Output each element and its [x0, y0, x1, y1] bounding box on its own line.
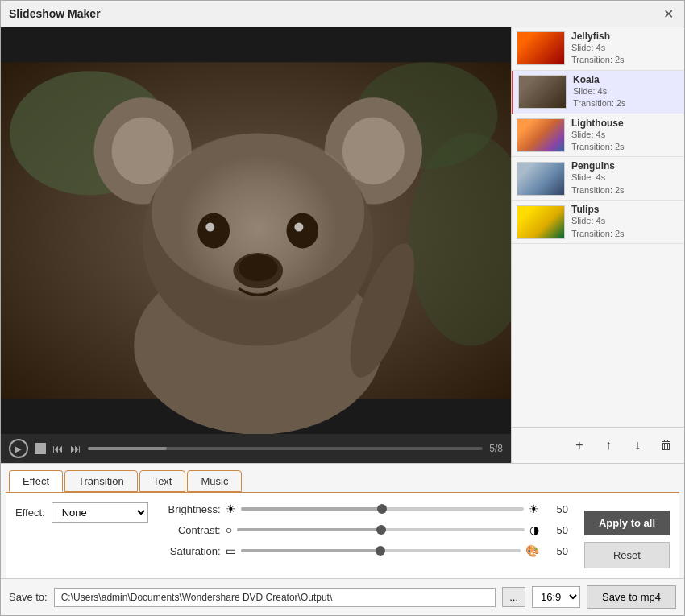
save-to-label: Save to:: [9, 591, 48, 603]
slide-item-tulips[interactable]: Tulips Slide: 4s Transition: 2s: [512, 201, 684, 244]
tabs-row: Effect Transition Text Music: [1, 464, 684, 492]
thumb-image-tulips: [517, 206, 564, 238]
thumb-image-jellyfish: [517, 32, 564, 64]
svg-point-11: [197, 213, 230, 248]
footer: Save to: C:\Users\admin\Documents\Wonder…: [1, 578, 684, 615]
move-down-button[interactable]: ↓: [626, 434, 649, 457]
slide-info-lighthouse: Lighthouse Slide: 4s Transition: 2s: [571, 118, 679, 154]
preview-column: ▶ ⏮ ⏭ 5/8: [1, 27, 511, 463]
brightness-fill: [241, 507, 383, 511]
slideshow-maker-window: Slideshow Maker ✕: [0, 0, 685, 616]
contrast-label: Contrast:: [164, 524, 221, 536]
slide-thumb-jellyfish: [517, 31, 565, 65]
slide-info-jellyfish: Jellyfish Slide: 4s Transition: 2s: [571, 31, 679, 67]
slide-meta-jellyfish: Slide: 4s Transition: 2s: [571, 42, 679, 67]
brightness-row: Brightness: ☀ ☀ 50: [164, 502, 568, 515]
save-path-display: C:\Users\admin\Documents\Wondershare DVD…: [54, 588, 496, 607]
svg-point-14: [294, 223, 303, 232]
slide-thumb-lighthouse: [517, 118, 565, 152]
title-bar: Slideshow Maker ✕: [1, 1, 684, 27]
brightness-max-icon: ☀: [529, 502, 539, 515]
slide-thumb-tulips: [517, 205, 565, 239]
slide-name-jellyfish: Jellyfish: [571, 31, 679, 42]
playback-bar: ▶ ⏮ ⏭ 5/8: [1, 434, 511, 463]
sidebar-controls: + ↑ ↓ 🗑: [512, 427, 684, 463]
delete-slide-button[interactable]: 🗑: [655, 434, 678, 457]
effect-select[interactable]: None Fade Zoom Blur: [52, 502, 148, 523]
close-button[interactable]: ✕: [660, 6, 676, 22]
svg-point-12: [286, 213, 318, 248]
slide-name-penguins: Penguins: [571, 160, 679, 172]
slide-item-koala[interactable]: Koala Slide: 4s Transition: 2s: [512, 71, 684, 114]
browse-button[interactable]: ...: [502, 587, 525, 607]
slide-meta-penguins: Slide: 4s Transition: 2s: [571, 172, 679, 196]
slide-thumb-penguins: [517, 162, 565, 196]
slide-name-tulips: Tulips: [571, 204, 679, 215]
apply-reset-col: Apply to all Reset: [584, 502, 670, 568]
thumb-image-lighthouse: [517, 119, 564, 151]
bottom-panel: Effect Transition Text Music Effect: Non…: [1, 463, 684, 578]
saturation-value: 50: [544, 545, 568, 557]
seek-bar[interactable]: [88, 447, 483, 450]
slide-name-koala: Koala: [573, 74, 679, 85]
slide-info-tulips: Tulips Slide: 4s Transition: 2s: [571, 204, 679, 240]
thumb-image-penguins: [517, 163, 564, 195]
brightness-value: 50: [544, 503, 568, 515]
contrast-min-icon: ○: [226, 523, 232, 536]
brightness-slider[interactable]: [241, 507, 524, 511]
effect-label: Effect:: [15, 506, 45, 519]
tab-transition[interactable]: Transition: [64, 470, 138, 492]
add-slide-button[interactable]: +: [568, 434, 591, 457]
slide-thumb-koala: [518, 75, 567, 109]
slide-meta-koala: Slide: 4s Transition: 2s: [573, 85, 679, 110]
brightness-min-icon: ☀: [226, 502, 236, 515]
slide-meta-tulips: Slide: 4s Transition: 2s: [571, 215, 679, 240]
saturation-thumb[interactable]: [376, 546, 385, 556]
contrast-max-icon: ◑: [529, 523, 539, 536]
saturation-row: Saturation: ▭ 🎨 50: [164, 544, 568, 557]
slide-list[interactable]: Jellyfish Slide: 4s Transition: 2s Koala: [512, 27, 684, 427]
effect-right: Brightness: ☀ ☀ 50 Contrast: ○: [164, 502, 568, 557]
contrast-value: 50: [544, 524, 568, 536]
contrast-row: Contrast: ○ ◑ 50: [164, 523, 568, 536]
window-title: Slideshow Maker: [9, 7, 101, 20]
brightness-label: Brightness:: [164, 503, 221, 515]
tab-text[interactable]: Text: [139, 470, 186, 492]
forward-button[interactable]: ⏭: [70, 442, 81, 455]
play-button[interactable]: ▶: [9, 439, 28, 458]
main-area: ▶ ⏮ ⏭ 5/8 Jellyfish: [1, 27, 684, 463]
time-display: 5/8: [489, 443, 503, 454]
slide-meta-lighthouse: Slide: 4s Transition: 2s: [571, 129, 679, 154]
saturation-slider[interactable]: [241, 549, 521, 552]
apply-to-all-button[interactable]: Apply to all: [584, 511, 670, 535]
saturation-label: Saturation:: [164, 545, 221, 557]
tab-effect[interactable]: Effect: [9, 470, 63, 492]
contrast-thumb[interactable]: [376, 525, 386, 535]
slide-item-lighthouse[interactable]: Lighthouse Slide: 4s Transition: 2s: [512, 114, 684, 158]
slide-item-penguins[interactable]: Penguins Slide: 4s Transition: 2s: [512, 157, 684, 201]
seek-progress: [88, 447, 167, 450]
sidebar: Jellyfish Slide: 4s Transition: 2s Koala: [511, 27, 684, 463]
svg-point-13: [206, 223, 214, 232]
slide-info-penguins: Penguins Slide: 4s Transition: 2s: [571, 160, 679, 196]
brightness-thumb[interactable]: [377, 504, 387, 514]
effect-row: Effect: None Fade Zoom Blur Brightness: …: [15, 502, 670, 568]
saturation-max-icon: 🎨: [525, 544, 539, 557]
slide-name-lighthouse: Lighthouse: [571, 118, 679, 129]
tab-content-effect: Effect: None Fade Zoom Blur Brightness: …: [6, 492, 679, 578]
save-to-mp4-button[interactable]: Save to mp4: [587, 585, 676, 609]
rewind-button[interactable]: ⏮: [52, 442, 64, 455]
svg-point-8: [342, 118, 405, 185]
slide-info-koala: Koala Slide: 4s Transition: 2s: [573, 74, 679, 110]
move-up-button[interactable]: ↑: [597, 434, 620, 457]
slide-item-jellyfish[interactable]: Jellyfish Slide: 4s Transition: 2s: [512, 27, 684, 71]
stop-button[interactable]: [35, 443, 46, 454]
aspect-ratio-select[interactable]: 16:9 4:3 1:1: [532, 586, 580, 608]
tab-music[interactable]: Music: [187, 470, 242, 492]
koala-preview-image: [1, 27, 511, 434]
contrast-slider[interactable]: [237, 528, 525, 531]
thumb-image-koala: [519, 76, 566, 108]
saturation-fill: [241, 549, 381, 552]
reset-button[interactable]: Reset: [584, 542, 670, 568]
contrast-fill: [237, 528, 380, 531]
